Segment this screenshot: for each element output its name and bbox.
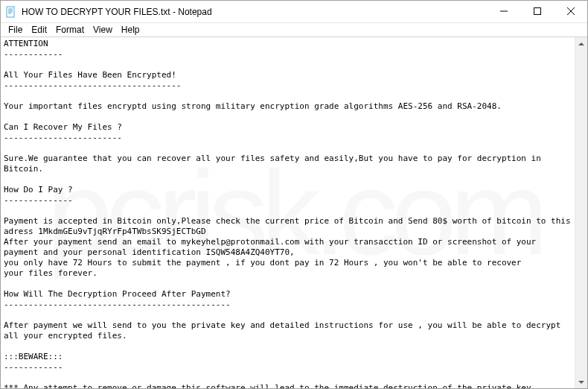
menu-edit[interactable]: Edit bbox=[27, 24, 51, 36]
scroll-down-icon[interactable] bbox=[575, 376, 587, 388]
titlebar[interactable]: HOW TO DECRYPT YOUR FILES.txt - Notepad bbox=[1, 1, 587, 23]
menu-help[interactable]: Help bbox=[117, 24, 144, 36]
menu-view[interactable]: View bbox=[89, 24, 117, 36]
maximize-button[interactable] bbox=[520, 1, 554, 22]
menubar: File Edit Format View Help bbox=[1, 23, 587, 37]
svg-marker-10 bbox=[578, 381, 584, 384]
scroll-up-icon[interactable] bbox=[575, 37, 587, 50]
notepad-window: HOW TO DECRYPT YOUR FILES.txt - Notepad … bbox=[0, 0, 588, 389]
svg-marker-9 bbox=[578, 42, 584, 45]
menu-format[interactable]: Format bbox=[51, 24, 89, 36]
svg-rect-6 bbox=[534, 8, 540, 15]
window-title: HOW TO DECRYPT YOUR FILES.txt - Notepad bbox=[22, 7, 487, 17]
text-content[interactable]: ATTENTION ------------ All Your Files Ha… bbox=[1, 37, 575, 388]
close-button[interactable] bbox=[554, 1, 587, 22]
editor-area: pcrisk.com ATTENTION ------------ All Yo… bbox=[1, 37, 587, 388]
scroll-track[interactable] bbox=[575, 50, 587, 376]
window-controls bbox=[487, 1, 587, 23]
minimize-button[interactable] bbox=[487, 1, 520, 22]
notepad-icon bbox=[5, 6, 17, 18]
vertical-scrollbar[interactable] bbox=[575, 37, 587, 388]
menu-file[interactable]: File bbox=[4, 24, 27, 36]
